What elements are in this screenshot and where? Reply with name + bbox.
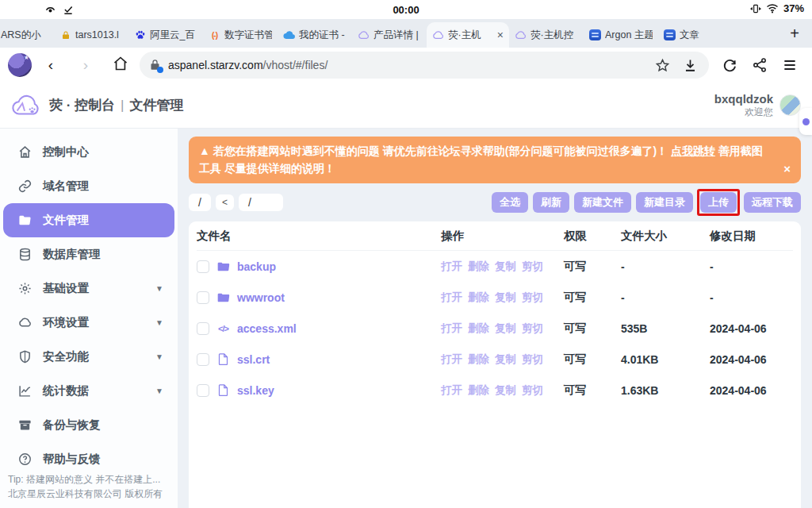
select-all-button[interactable]: 全选: [492, 192, 528, 213]
back-button[interactable]: ‹: [35, 56, 67, 74]
cut-link[interactable]: 剪切: [522, 321, 543, 336]
forum-link[interactable]: 点我跳转: [671, 144, 715, 157]
open-link[interactable]: 打开: [441, 260, 462, 274]
sidebar-item-basic-settings[interactable]: 基础设置 ▼: [0, 271, 178, 306]
widget-dot-icon: [802, 118, 810, 125]
argon-icon: [589, 29, 601, 40]
row-checkbox[interactable]: [197, 291, 209, 304]
cut-link[interactable]: 剪切: [522, 352, 543, 367]
tab-2[interactable]: 阿里云_百: [128, 22, 203, 48]
gear-icon: [17, 282, 32, 296]
banner-close-icon[interactable]: ×: [783, 160, 791, 178]
screen: 00:00 37% ARS的小 tars1013.l 阿里云_百 (-) 数字证…: [0, 0, 812, 508]
cut-link[interactable]: 剪切: [522, 291, 543, 305]
col-date: 修改日期: [710, 229, 793, 244]
menu-icon[interactable]: [782, 57, 798, 73]
home-button[interactable]: [105, 56, 136, 75]
tab-0[interactable]: ARS的小: [0, 22, 54, 48]
sidebar-item-help[interactable]: 帮助与反馈: [0, 442, 178, 476]
breadcrumb-path[interactable]: /: [239, 194, 283, 211]
profile-avatar[interactable]: [8, 53, 32, 77]
open-link[interactable]: 打开: [441, 352, 462, 367]
delete-link[interactable]: 删除: [468, 321, 489, 336]
share-icon[interactable]: [752, 57, 768, 73]
file-name[interactable]: ssl.crt: [237, 353, 270, 366]
open-link[interactable]: 打开: [441, 321, 462, 336]
row-checkbox[interactable]: [197, 322, 209, 335]
tab-active[interactable]: 荧·主机 ×: [427, 22, 509, 48]
permission: 可写: [564, 352, 621, 367]
sidebar-item-security[interactable]: 安全功能 ▼: [0, 340, 178, 374]
file-name[interactable]: backup: [237, 260, 276, 273]
new-file-button[interactable]: 新建文件: [574, 192, 631, 213]
table-header-row: 文件名 操作 权限 文件大小 修改日期: [197, 221, 793, 251]
breadcrumb-root[interactable]: /: [189, 194, 211, 211]
sidebar-item-statistics[interactable]: 统计数据 ▼: [0, 374, 178, 408]
sidebar-item-environment[interactable]: 环境设置 ▼: [0, 306, 178, 340]
new-tab-button[interactable]: +: [780, 25, 809, 43]
delete-link[interactable]: 删除: [468, 260, 489, 274]
battery-percent: 37%: [783, 2, 804, 14]
file-name[interactable]: ssl.key: [237, 384, 274, 397]
open-link[interactable]: 打开: [441, 291, 462, 305]
delete-link[interactable]: 删除: [468, 291, 489, 305]
tab-4[interactable]: 我的证书 -: [278, 22, 352, 48]
chart-icon: [17, 384, 32, 398]
tab-1[interactable]: tars1013.l: [54, 22, 128, 48]
url-text[interactable]: aspanel.starzv.com/vhost/#/files/: [168, 59, 649, 71]
lock-icon[interactable]: [149, 58, 162, 72]
cut-link[interactable]: 剪切: [522, 260, 543, 274]
floating-widget-handle[interactable]: [799, 108, 812, 135]
sidebar-item-database[interactable]: 数据库管理: [0, 237, 178, 271]
username: bxqqldzok: [714, 92, 773, 107]
bookmark-star-icon[interactable]: [655, 58, 670, 73]
breadcrumb-back-button[interactable]: <: [216, 194, 234, 210]
tab-3[interactable]: (-) 数字证书管: [203, 22, 278, 48]
shield-icon: [17, 350, 32, 364]
new-folder-button[interactable]: 新建目录: [636, 192, 693, 213]
modified-date: 2024-04-06: [710, 384, 793, 397]
delete-link[interactable]: 删除: [468, 352, 489, 367]
copy-link[interactable]: 复制: [495, 291, 516, 305]
upload-button[interactable]: 上传: [700, 192, 737, 213]
copy-link[interactable]: 复制: [495, 260, 516, 274]
file-name[interactable]: access.xml: [237, 322, 297, 335]
tab-close-icon[interactable]: ×: [497, 29, 504, 41]
cut-link[interactable]: 剪切: [522, 383, 543, 398]
tab-7[interactable]: 荧·主机控: [509, 22, 584, 48]
copy-link[interactable]: 复制: [495, 321, 516, 336]
browser-tab-strip: ARS的小 tars1013.l 阿里云_百 (-) 数字证书管 我的证书 - …: [0, 19, 812, 48]
tab-8[interactable]: Argon 主题: [584, 22, 658, 48]
sidebar-item-files[interactable]: 文件管理: [3, 203, 174, 237]
download-icon[interactable]: [683, 58, 698, 73]
copy-link[interactable]: 复制: [495, 352, 516, 367]
cloud-blue-icon: [283, 29, 295, 41]
user-info[interactable]: bxqqldzok 欢迎您: [714, 92, 773, 119]
sidebar-item-backup[interactable]: 备份与恢复: [0, 408, 178, 442]
file-name[interactable]: wwwroot: [237, 291, 285, 304]
refresh-button[interactable]: 刷新: [533, 192, 569, 213]
folder-icon: [216, 260, 230, 273]
url-bar[interactable]: aspanel.starzv.com/vhost/#/files/: [140, 52, 709, 79]
open-link[interactable]: 打开: [441, 383, 462, 398]
permission: 可写: [564, 321, 621, 336]
chevron-down-icon: ▼: [155, 318, 163, 327]
row-checkbox[interactable]: [197, 353, 209, 366]
sidebar-item-control-center[interactable]: 控制中心: [0, 135, 178, 169]
modified-date: 2024-04-06: [710, 322, 793, 335]
forward-button[interactable]: ›: [70, 56, 102, 74]
row-checkbox[interactable]: [197, 260, 209, 273]
lock-status-dot: [157, 67, 163, 73]
tab-9[interactable]: 文章: [658, 22, 733, 48]
sidebar-item-domains[interactable]: 域名管理: [0, 169, 178, 203]
copy-link[interactable]: 复制: [495, 383, 516, 398]
tab-5[interactable]: 产品详情 |: [352, 22, 427, 48]
refresh-icon[interactable]: [722, 57, 737, 73]
row-checkbox[interactable]: [197, 384, 209, 397]
lock-gold-icon: [59, 29, 71, 41]
remote-download-button[interactable]: 远程下载: [744, 192, 801, 213]
file-size: 1.63KB: [621, 384, 710, 397]
delete-link[interactable]: 删除: [468, 383, 489, 398]
permission: 可写: [564, 291, 621, 305]
user-avatar[interactable]: [779, 94, 801, 116]
